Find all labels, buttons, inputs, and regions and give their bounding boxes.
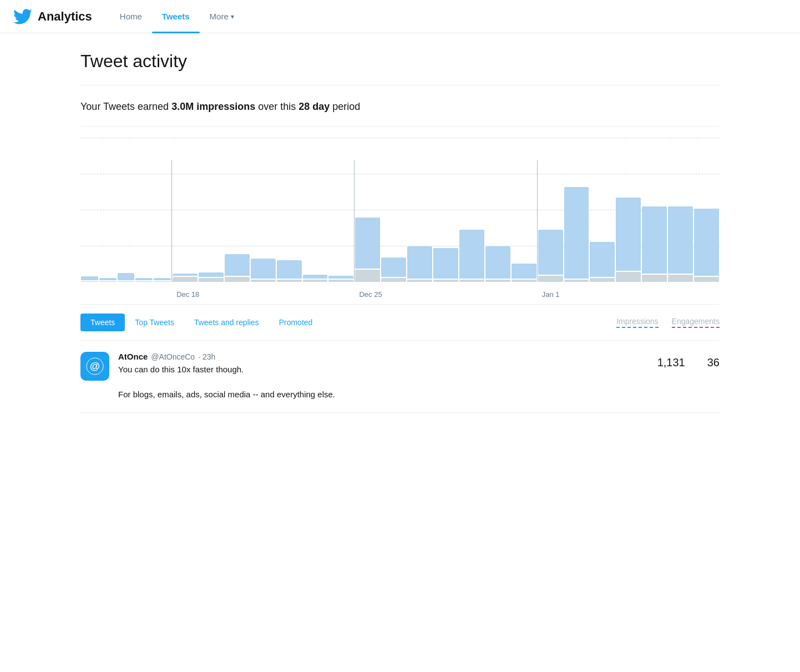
bar-bottom-5 xyxy=(173,277,198,282)
nav-more[interactable]: More ▾ xyxy=(200,0,244,33)
bar-top-22 xyxy=(616,198,641,271)
twitter-logo-icon xyxy=(13,9,32,24)
tabs-section: Tweets Top Tweets Tweets and replies Pro… xyxy=(80,305,720,341)
navbar: Analytics Home Tweets More ▾ xyxy=(0,0,800,33)
bar-bottom-19 xyxy=(538,276,563,282)
bar-top-10 xyxy=(303,275,328,279)
bar-top-2 xyxy=(118,273,135,280)
at-icon: @ xyxy=(85,357,104,376)
impressions-summary: Your Tweets earned 3.0M impressions over… xyxy=(80,85,720,127)
avatar: @ xyxy=(80,352,109,381)
tweet-text: You can do this 10x faster though. For b… xyxy=(118,363,649,401)
bar-bottom-0 xyxy=(81,281,98,282)
bar-bottom-2 xyxy=(118,281,135,282)
bar-col-18 xyxy=(511,160,537,282)
bar-top-21 xyxy=(590,242,615,277)
tweet-content: AtOnce @AtOnceCo · 23h You can do this 1… xyxy=(118,352,649,401)
bar-bottom-9 xyxy=(277,280,302,282)
summary-suffix: period xyxy=(330,101,360,112)
bar-bottom-14 xyxy=(407,280,432,282)
tweet-engagements: 36 xyxy=(707,356,720,369)
chevron-down-icon: ▾ xyxy=(231,13,234,21)
sort-engagements[interactable]: Engagements xyxy=(672,317,720,328)
svg-text:@: @ xyxy=(90,360,100,372)
bar-top-15 xyxy=(433,248,458,279)
bar-col-19 xyxy=(538,160,564,282)
week-label-dec18: Dec 18 xyxy=(176,290,199,299)
bar-top-19 xyxy=(538,230,563,275)
bar-bottom-7 xyxy=(225,277,250,282)
tab-top-tweets[interactable]: Top Tweets xyxy=(125,314,184,331)
tab-promoted[interactable]: Promoted xyxy=(269,314,323,331)
week-0 xyxy=(80,160,171,282)
bar-bottom-20 xyxy=(564,280,589,282)
week-dec18: Dec 18 xyxy=(171,160,354,282)
bar-bottom-25 xyxy=(694,277,719,282)
tweet-metrics: 1,131 36 xyxy=(657,352,720,369)
bar-bottom-6 xyxy=(199,278,224,282)
brand-title: Analytics xyxy=(38,9,92,24)
bar-bottom-11 xyxy=(328,280,353,282)
bar-col-10 xyxy=(302,160,328,282)
tab-tweets-and-replies[interactable]: Tweets and replies xyxy=(184,314,269,331)
nav-links: Home Tweets More ▾ xyxy=(110,0,244,33)
bar-bottom-4 xyxy=(154,281,171,282)
page-title: Tweet activity xyxy=(80,51,720,72)
bar-top-23 xyxy=(642,206,667,274)
bar-bottom-13 xyxy=(381,278,406,282)
nav-tweets[interactable]: Tweets xyxy=(152,0,200,33)
chart-bars: Dec 18 xyxy=(80,160,720,282)
bar-top-0 xyxy=(81,276,98,280)
bar-col-20 xyxy=(564,160,590,282)
tweet-handle: @AtOnceCo xyxy=(151,352,195,361)
bar-col-23 xyxy=(641,160,667,282)
bar-bottom-17 xyxy=(485,280,510,282)
bar-col-16 xyxy=(459,160,485,282)
bar-top-17 xyxy=(485,246,510,278)
brand: Analytics xyxy=(13,9,92,24)
bar-col-5 xyxy=(172,160,198,282)
grid-line-top xyxy=(80,138,720,138)
tweet-text-line3: For blogs, emails, ads, social media -- … xyxy=(118,388,649,401)
bar-top-3 xyxy=(135,278,153,280)
bar-bottom-23 xyxy=(642,275,667,282)
bar-top-11 xyxy=(328,276,353,278)
bar-top-16 xyxy=(459,230,484,279)
tab-tweets[interactable]: Tweets xyxy=(80,314,125,331)
bar-top-1 xyxy=(99,278,117,280)
bar-col-21 xyxy=(589,160,615,282)
nav-home[interactable]: Home xyxy=(110,0,152,33)
week-dec25: Dec 25 xyxy=(354,160,536,282)
summary-impressions: 3.0M impressions xyxy=(171,101,255,112)
bar-col-6 xyxy=(198,160,224,282)
bar-col-17 xyxy=(485,160,511,282)
tweet-text-line1: You can do this 10x faster though. xyxy=(118,363,649,376)
bar-col-25 xyxy=(693,160,720,282)
bar-col-1 xyxy=(99,160,117,282)
bar-top-5 xyxy=(173,274,198,276)
bar-bottom-15 xyxy=(433,280,458,282)
bar-top-9 xyxy=(277,260,302,279)
tweet-header: AtOnce @AtOnceCo · 23h xyxy=(118,352,649,361)
tweet-impressions: 1,131 xyxy=(657,356,685,369)
tweet-row: @ AtOnce @AtOnceCo · 23h You can do this… xyxy=(80,341,720,413)
bar-top-25 xyxy=(694,209,719,276)
bar-col-13 xyxy=(381,160,407,282)
summary-prefix: Your Tweets earned xyxy=(80,101,171,112)
bar-col-22 xyxy=(615,160,641,282)
tweet-name: AtOnce xyxy=(118,352,148,361)
bar-col-8 xyxy=(250,160,276,282)
bar-top-14 xyxy=(407,246,432,278)
bar-bottom-24 xyxy=(668,275,693,282)
bar-col-4 xyxy=(153,160,171,282)
bar-top-20 xyxy=(564,187,589,279)
bar-top-24 xyxy=(668,206,693,274)
tabs-sort: Impressions Engagements xyxy=(616,317,720,328)
week-label-dec25: Dec 25 xyxy=(359,290,382,299)
sort-impressions[interactable]: Impressions xyxy=(616,317,658,328)
summary-middle: over this xyxy=(255,101,298,112)
bar-bottom-21 xyxy=(590,278,615,282)
bar-col-3 xyxy=(135,160,153,282)
bar-bottom-16 xyxy=(459,280,484,282)
bar-bottom-18 xyxy=(512,280,536,282)
